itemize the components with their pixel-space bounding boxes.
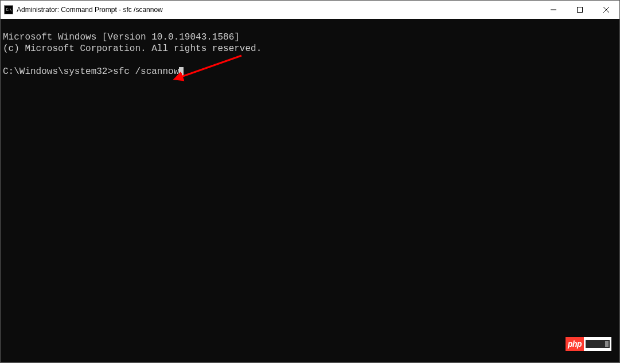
minimize-button[interactable] — [540, 1, 567, 19]
svg-rect-1 — [578, 7, 583, 13]
terminal-command: sfc /scannow — [113, 66, 179, 77]
cmd-icon: C:\ — [4, 5, 13, 14]
watermark: php — [566, 337, 611, 351]
arrow-annotation — [173, 53, 247, 82]
maximize-button[interactable] — [567, 1, 593, 19]
cursor — [179, 67, 184, 76]
title-left: C:\ Administrator: Command Prompt - sfc … — [4, 5, 163, 14]
terminal-line: (c) Microsoft Corporation. All rights re… — [3, 44, 262, 54]
terminal-area[interactable]: Microsoft Windows [Version 10.0.19043.15… — [1, 19, 619, 362]
command-prompt-window: C:\ Administrator: Command Prompt - sfc … — [0, 0, 620, 363]
minimize-icon — [551, 7, 556, 13]
window-title: Administrator: Command Prompt - sfc /sca… — [17, 6, 163, 14]
close-icon — [603, 7, 609, 13]
svg-line-5 — [180, 56, 241, 77]
watermark-text: php — [566, 337, 584, 351]
close-button[interactable] — [593, 1, 619, 19]
terminal-line: Microsoft Windows [Version 10.0.19043.15… — [3, 32, 240, 42]
titlebar[interactable]: C:\ Administrator: Command Prompt - sfc … — [1, 1, 619, 19]
maximize-icon — [577, 7, 583, 13]
terminal-prompt: C:\Windows\system32> — [3, 66, 113, 77]
watermark-graphic — [586, 340, 610, 348]
window-controls — [540, 1, 619, 19]
